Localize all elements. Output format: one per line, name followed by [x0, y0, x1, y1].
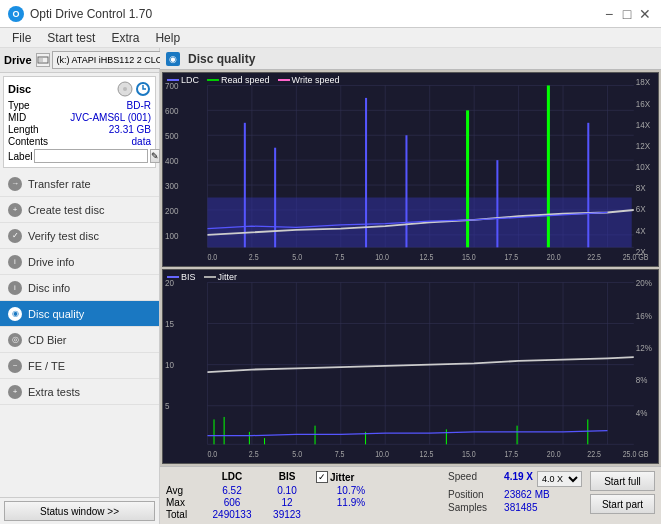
menu-start-test[interactable]: Start test [39, 29, 103, 47]
stats-avg-row: Avg 6.52 0.10 10.7% [166, 485, 440, 496]
svg-text:6X: 6X [636, 204, 646, 215]
svg-text:10.0: 10.0 [375, 449, 389, 459]
disc-mid-label: MID [8, 112, 26, 123]
disc-type-label: Type [8, 100, 30, 111]
avg-jitter: 10.7% [316, 485, 386, 496]
write-legend-label: Write speed [292, 75, 340, 85]
svg-rect-60 [274, 148, 276, 248]
svg-text:12.5: 12.5 [420, 449, 434, 459]
drive-info-icon: i [8, 255, 22, 269]
sidebar-item-drive-info[interactable]: i Drive info [0, 249, 159, 275]
disc-length-value: 23.31 GB [109, 124, 151, 135]
svg-text:12.5: 12.5 [420, 252, 434, 262]
app-icon: O [8, 6, 24, 22]
status-window-button[interactable]: Status window >> [4, 501, 155, 521]
start-part-button[interactable]: Start part [590, 494, 655, 514]
test-speed-select[interactable]: 4.0 X [537, 471, 582, 487]
main-container: Drive (k:) ATAPI iHBS112 2 CLOK Speed 4.… [0, 48, 661, 524]
sidebar-item-label: Disc info [28, 282, 70, 294]
legend-write: Write speed [278, 75, 340, 85]
svg-text:18X: 18X [636, 77, 650, 88]
sidebar-item-label: Drive info [28, 256, 74, 268]
svg-text:0.0: 0.0 [207, 252, 217, 262]
stats-content: LDC BIS ✓ Jitter Avg 6.52 0.10 10.7% [166, 471, 655, 520]
titlebar-left: O Opti Drive Control 1.70 [8, 6, 152, 22]
svg-text:25.0 GB: 25.0 GB [623, 449, 649, 459]
drive-section: Drive (k:) ATAPI iHBS112 2 CLOK Speed 4.… [0, 48, 159, 73]
svg-text:300: 300 [165, 180, 178, 191]
charts-area: LDC Read speed Write speed [160, 70, 661, 466]
disc-refresh-icon[interactable] [135, 81, 151, 97]
status-window-section: Status window >> [0, 497, 159, 524]
svg-text:17.5: 17.5 [504, 449, 518, 459]
top-chart-svg: 700 600 500 400 300 200 100 18X 16X 14X … [163, 73, 658, 266]
svg-text:8%: 8% [636, 375, 648, 386]
content-area: ◉ Disc quality LDC Read speed [160, 48, 661, 524]
disc-label-row: Label ✎ [8, 149, 151, 163]
legend-ldc: LDC [167, 75, 199, 85]
quality-header-icon: ◉ [166, 52, 180, 66]
stats-table: LDC BIS ✓ Jitter Avg 6.52 0.10 10.7% [166, 471, 440, 520]
close-button[interactable]: ✕ [637, 6, 653, 22]
svg-text:25.0 GB: 25.0 GB [623, 252, 649, 262]
sidebar-item-transfer-rate[interactable]: → Transfer rate [0, 171, 159, 197]
app-title: Opti Drive Control 1.70 [30, 7, 152, 21]
svg-rect-63 [466, 110, 469, 247]
jitter-checkbox[interactable]: ✓ [316, 471, 328, 483]
app-icon-letter: O [12, 9, 19, 19]
action-buttons: Start full Start part [590, 471, 655, 514]
fe-te-icon: ~ [8, 359, 22, 373]
drive-icon [36, 53, 50, 67]
maximize-button[interactable]: □ [619, 6, 635, 22]
max-bis: 12 [262, 497, 312, 508]
quality-header-title: Disc quality [188, 52, 255, 66]
svg-text:400: 400 [165, 155, 178, 166]
svg-text:16X: 16X [636, 98, 650, 109]
nav-items: → Transfer rate + Create test disc ✓ Ver… [0, 171, 159, 497]
position-label: Position [448, 489, 500, 500]
disc-type-row: Type BD-R [8, 100, 151, 111]
sidebar-item-extra-tests[interactable]: + Extra tests [0, 379, 159, 405]
total-bis: 39123 [262, 509, 312, 520]
svg-text:10.0: 10.0 [375, 252, 389, 262]
sidebar-item-disc-quality[interactable]: ◉ Disc quality [0, 301, 159, 327]
transfer-rate-icon: → [8, 177, 22, 191]
svg-text:5.0: 5.0 [292, 252, 302, 262]
sidebar-item-label: Verify test disc [28, 230, 99, 242]
sidebar-item-create-test-disc[interactable]: + Create test disc [0, 197, 159, 223]
svg-text:7.5: 7.5 [335, 252, 345, 262]
minimize-button[interactable]: − [601, 6, 617, 22]
avg-label: Avg [166, 485, 202, 496]
menu-file[interactable]: File [4, 29, 39, 47]
disc-label-input[interactable] [34, 149, 148, 163]
create-test-disc-icon: + [8, 203, 22, 217]
sidebar-item-label: CD Bier [28, 334, 67, 346]
disc-quality-icon: ◉ [8, 307, 22, 321]
sidebar-item-verify-test-disc[interactable]: ✓ Verify test disc [0, 223, 159, 249]
jitter-label: Jitter [330, 472, 354, 483]
svg-text:17.5: 17.5 [504, 252, 518, 262]
menu-help[interactable]: Help [147, 29, 188, 47]
svg-rect-65 [547, 85, 550, 247]
start-full-button[interactable]: Start full [590, 471, 655, 491]
svg-rect-105 [249, 432, 250, 444]
max-jitter: 11.9% [316, 497, 386, 508]
disc-image-icon [117, 81, 133, 97]
position-row: Position 23862 MB [448, 489, 582, 500]
svg-text:2.5: 2.5 [249, 252, 259, 262]
disc-mid-row: MID JVC-AMS6L (001) [8, 112, 151, 123]
sidebar-item-cd-bier[interactable]: ◎ CD Bier [0, 327, 159, 353]
stats-max-row: Max 606 12 11.9% [166, 497, 440, 508]
menu-extra[interactable]: Extra [103, 29, 147, 47]
sidebar: Drive (k:) ATAPI iHBS112 2 CLOK Speed 4.… [0, 48, 160, 524]
disc-length-label: Length [8, 124, 39, 135]
sidebar-item-label: Transfer rate [28, 178, 91, 190]
bottom-chart-svg: 20 15 10 5 20% 16% 12% 8% 4% 0.0 2.5 5.0… [163, 270, 658, 463]
bis-legend-label: BIS [181, 272, 196, 282]
svg-rect-64 [496, 160, 498, 247]
sidebar-item-fe-te[interactable]: ~ FE / TE [0, 353, 159, 379]
disc-label-btn[interactable]: ✎ [150, 149, 160, 163]
svg-text:15: 15 [165, 318, 174, 329]
svg-text:2.5: 2.5 [249, 449, 259, 459]
sidebar-item-disc-info[interactable]: i Disc info [0, 275, 159, 301]
